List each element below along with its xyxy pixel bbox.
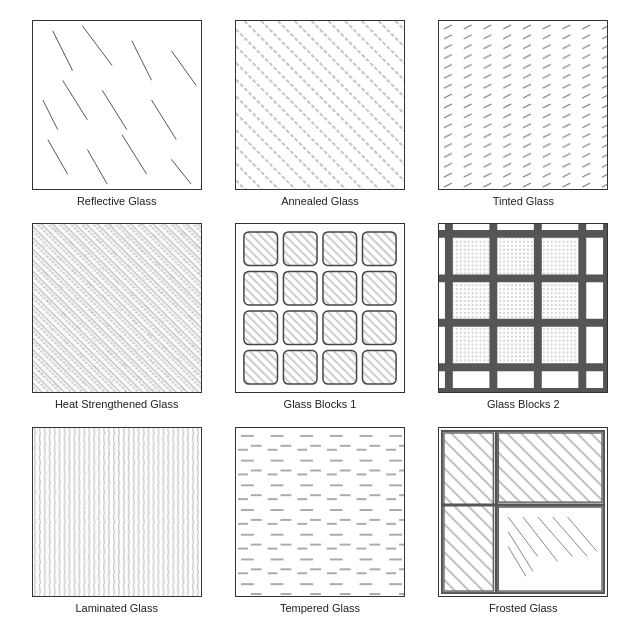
svg-line-7 — [87, 149, 107, 184]
svg-rect-71 — [444, 433, 493, 591]
svg-rect-53 — [542, 238, 579, 275]
glass-box-annealed — [235, 20, 405, 190]
glass-item-blocks1: Glass Blocks 1 — [223, 223, 416, 416]
svg-rect-28 — [244, 272, 278, 306]
svg-rect-34 — [323, 311, 357, 345]
glass-grid: Reflective Glass Annealed Glass — [0, 0, 640, 640]
svg-line-9 — [171, 159, 191, 184]
glass-item-tempered: Tempered Glass — [223, 427, 416, 620]
svg-rect-35 — [362, 311, 396, 345]
svg-rect-56 — [542, 283, 579, 320]
svg-line-11 — [43, 100, 58, 130]
svg-rect-22 — [33, 224, 201, 392]
glass-box-reflective — [32, 20, 202, 190]
svg-rect-24 — [244, 232, 278, 266]
svg-rect-13 — [236, 21, 404, 189]
glass-item-tinted: Tinted Glass — [427, 20, 620, 213]
svg-rect-57 — [453, 327, 490, 364]
svg-rect-33 — [283, 311, 317, 345]
glass-label-tinted: Tinted Glass — [493, 195, 554, 207]
svg-rect-36 — [244, 351, 278, 385]
svg-rect-16 — [439, 21, 607, 189]
glass-label-frosted: Frosted Glass — [489, 602, 557, 614]
svg-rect-72 — [499, 433, 603, 502]
glass-item-annealed: Annealed Glass — [223, 20, 416, 213]
svg-rect-31 — [362, 272, 396, 306]
svg-rect-29 — [283, 272, 317, 306]
svg-rect-25 — [283, 232, 317, 266]
glass-label-annealed: Annealed Glass — [281, 195, 359, 207]
svg-rect-59 — [542, 327, 579, 364]
svg-rect-51 — [453, 238, 490, 275]
svg-line-4 — [102, 90, 127, 130]
svg-rect-32 — [244, 311, 278, 345]
svg-line-8 — [122, 135, 147, 175]
glass-box-frosted — [438, 427, 608, 597]
svg-rect-38 — [323, 351, 357, 385]
glass-box-blocks1 — [235, 223, 405, 393]
glass-box-tinted — [438, 20, 608, 190]
svg-rect-58 — [498, 327, 535, 364]
glass-box-blocks2 — [438, 223, 608, 393]
glass-label-heat: Heat Strengthened Glass — [55, 398, 179, 410]
svg-rect-65 — [236, 428, 404, 596]
glass-item-laminated: Laminated Glass — [20, 427, 213, 620]
svg-rect-61 — [33, 428, 201, 596]
svg-rect-39 — [362, 351, 396, 385]
glass-label-blocks1: Glass Blocks 1 — [284, 398, 357, 410]
glass-label-laminated: Laminated Glass — [75, 602, 158, 614]
glass-item-frosted: Frosted Glass — [427, 427, 620, 620]
glass-label-blocks2: Glass Blocks 2 — [487, 398, 560, 410]
svg-rect-55 — [498, 283, 535, 320]
glass-box-tempered — [235, 427, 405, 597]
svg-line-1 — [82, 26, 112, 66]
svg-line-3 — [62, 80, 87, 120]
svg-rect-30 — [323, 272, 357, 306]
svg-line-6 — [47, 140, 67, 175]
svg-rect-54 — [453, 283, 490, 320]
glass-item-heat: Heat Strengthened Glass — [20, 223, 213, 416]
svg-rect-37 — [283, 351, 317, 385]
glass-label-tempered: Tempered Glass — [280, 602, 360, 614]
svg-line-0 — [52, 31, 72, 71]
svg-rect-27 — [362, 232, 396, 266]
svg-rect-52 — [498, 238, 535, 275]
svg-line-5 — [151, 100, 176, 140]
svg-rect-73 — [499, 507, 603, 591]
svg-line-2 — [131, 41, 151, 81]
glass-box-heat — [32, 223, 202, 393]
glass-box-laminated — [32, 427, 202, 597]
glass-label-reflective: Reflective Glass — [77, 195, 156, 207]
glass-item-blocks2: Glass Blocks 2 — [427, 223, 620, 416]
svg-rect-26 — [323, 232, 357, 266]
svg-line-10 — [171, 51, 196, 86]
glass-item-reflective: Reflective Glass — [20, 20, 213, 213]
